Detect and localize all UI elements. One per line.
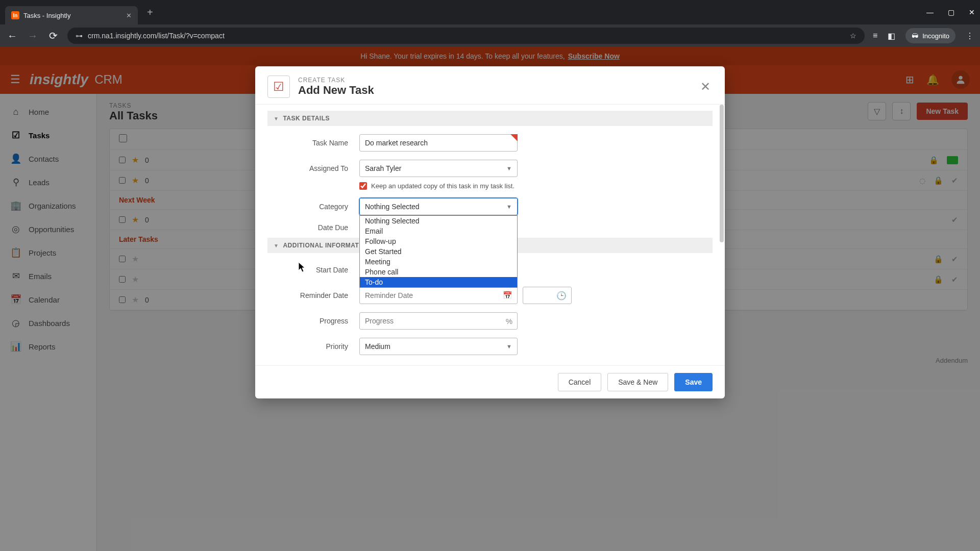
- date-due-label: Date Due: [267, 223, 359, 232]
- back-button[interactable]: ←: [6, 30, 18, 42]
- progress-input[interactable]: [359, 312, 518, 330]
- address-bar[interactable]: ⊶ crm.na1.insightly.com/list/Task/?v=com…: [67, 28, 865, 44]
- category-label: Category: [267, 203, 359, 211]
- category-option[interactable]: Get Started: [360, 246, 517, 257]
- category-option[interactable]: Phone call: [360, 267, 517, 277]
- keep-copy-label: Keep an updated copy of this task in my …: [371, 182, 514, 190]
- new-tab-button[interactable]: +: [147, 7, 153, 18]
- start-date-label: Start Date: [267, 266, 359, 274]
- reminder-date-label: Reminder Date: [267, 291, 359, 299]
- incognito-icon: 🕶: [912, 32, 918, 40]
- priority-label: Priority: [267, 342, 359, 350]
- category-option[interactable]: Nothing Selected: [360, 216, 517, 226]
- close-icon[interactable]: ✕: [698, 78, 713, 96]
- favicon-icon: In: [11, 11, 19, 19]
- priority-value: Medium: [365, 342, 390, 350]
- save-button[interactable]: Save: [674, 373, 713, 391]
- browser-toolbar: ← → ⟳ ⊶ crm.na1.insightly.com/list/Task/…: [0, 24, 980, 47]
- category-option[interactable]: To-do: [360, 277, 517, 287]
- chevron-down-icon: ▼: [274, 243, 279, 248]
- modal-scrollbar[interactable]: [720, 105, 724, 242]
- assigned-to-value: Sarah Tyler: [365, 164, 401, 172]
- window-controls: ― ▢ ✕: [926, 8, 975, 16]
- url-text: crm.na1.insightly.com/list/Task/?v=compa…: [88, 32, 845, 40]
- assigned-to-select[interactable]: Sarah Tyler ▼: [359, 160, 518, 177]
- close-tab-icon[interactable]: ✕: [126, 12, 132, 19]
- reminder-date-input[interactable]: [359, 287, 518, 304]
- reload-button[interactable]: ⟳: [47, 30, 59, 42]
- browser-tab-strip: In Tasks - Insightly ✕ + ― ▢ ✕: [0, 0, 980, 24]
- browser-tab[interactable]: In Tasks - Insightly ✕: [5, 6, 138, 24]
- category-dropdown: Nothing SelectedEmailFollow-upGet Starte…: [359, 215, 518, 288]
- category-select[interactable]: Nothing Selected ▼: [359, 198, 518, 215]
- save-and-new-button[interactable]: Save & New: [607, 373, 668, 391]
- category-option[interactable]: Meeting: [360, 257, 517, 267]
- category-value: Nothing Selected: [365, 203, 420, 211]
- forward-button[interactable]: →: [27, 30, 39, 42]
- section-label: ADDITIONAL INFORMATION: [283, 242, 371, 249]
- side-panel-icon[interactable]: ◧: [888, 31, 895, 41]
- incognito-label: Incognito: [922, 32, 949, 40]
- cancel-button[interactable]: Cancel: [558, 373, 602, 391]
- section-task-details[interactable]: ▼ TASK DETAILS: [267, 111, 713, 126]
- maximize-icon[interactable]: ▢: [948, 8, 954, 16]
- chevron-down-icon: ▼: [506, 165, 512, 171]
- assigned-to-label: Assigned To: [267, 164, 359, 172]
- tab-title: Tasks - Insightly: [23, 12, 70, 19]
- task-icon: ☑: [267, 76, 290, 98]
- chevron-down-icon: ▼: [506, 204, 512, 210]
- percent-icon: %: [506, 317, 512, 325]
- progress-label: Progress: [267, 317, 359, 325]
- clock-icon[interactable]: 🕒: [556, 291, 567, 300]
- modal-crumb: CREATE TASK: [298, 77, 690, 84]
- browser-menu-icon[interactable]: ⋮: [966, 31, 974, 41]
- bookmark-icon[interactable]: ☆: [850, 32, 856, 40]
- incognito-badge[interactable]: 🕶 Incognito: [905, 28, 955, 43]
- task-name-label: Task Name: [267, 139, 359, 147]
- category-option[interactable]: Follow-up: [360, 236, 517, 246]
- category-option[interactable]: Email: [360, 226, 517, 236]
- add-task-modal: ☑ CREATE TASK Add New Task ✕ ▼ TASK DETA…: [255, 66, 725, 398]
- reading-list-icon[interactable]: ≡: [873, 31, 877, 40]
- site-info-icon[interactable]: ⊶: [76, 32, 83, 40]
- calendar-icon[interactable]: 📅: [503, 291, 512, 300]
- priority-select[interactable]: Medium ▼: [359, 338, 518, 355]
- keep-copy-checkbox[interactable]: [359, 182, 367, 190]
- chevron-down-icon: ▼: [274, 116, 279, 121]
- task-name-input[interactable]: [359, 134, 518, 152]
- modal-title: Add New Task: [298, 84, 690, 97]
- minimize-icon[interactable]: ―: [926, 8, 934, 16]
- section-label: TASK DETAILS: [283, 115, 330, 122]
- required-flag-icon: [510, 134, 518, 141]
- chevron-down-icon: ▼: [506, 343, 512, 349]
- close-window-icon[interactable]: ✕: [969, 8, 975, 16]
